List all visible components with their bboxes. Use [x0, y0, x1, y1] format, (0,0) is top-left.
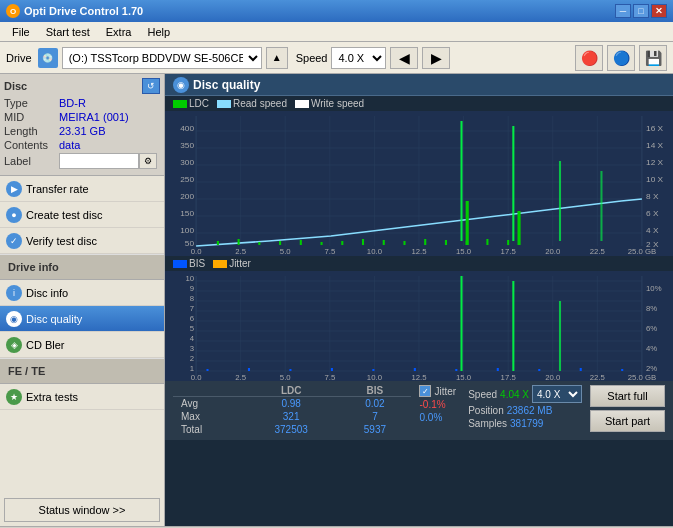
nav-create-test-disc[interactable]: ● Create test disc [0, 202, 164, 228]
legend-bis-label: BIS [189, 258, 205, 269]
svg-rect-115 [460, 276, 462, 371]
stats-speed-section: Speed 4.04 X 4.0 X Position 23862 MB Sam… [468, 385, 582, 429]
legend-ldc-color [173, 100, 187, 108]
total-bis: 5937 [338, 423, 411, 436]
svg-text:15.0: 15.0 [456, 247, 471, 256]
svg-rect-48 [486, 239, 488, 245]
create-test-disc-icon: ● [6, 207, 22, 223]
verify-test-disc-icon: ✓ [6, 233, 22, 249]
jitter-col-label: Jitter [434, 386, 456, 397]
start-full-button[interactable]: Start full [590, 385, 665, 407]
svg-rect-43 [383, 240, 385, 245]
minimize-button[interactable]: ─ [615, 4, 631, 18]
label-input[interactable] [59, 153, 139, 169]
nav-verify-test-disc[interactable]: ✓ Verify test disc [0, 228, 164, 254]
app-icon: O [6, 4, 20, 18]
menu-extra[interactable]: Extra [98, 25, 140, 39]
nav-transfer-rate-label: Transfer rate [26, 183, 89, 195]
disc-refresh-button[interactable]: ↺ [142, 78, 160, 94]
drive-select[interactable]: (O:) TSSTcorp BDDVDW SE-506CB TS02 [62, 47, 262, 69]
top-chart: 400 350 300 250 200 150 100 50 16 X 14 X… [165, 111, 673, 256]
svg-text:2.5: 2.5 [235, 247, 246, 256]
svg-text:7.5: 7.5 [324, 373, 335, 381]
svg-text:8%: 8% [646, 304, 657, 313]
drive-eject-button[interactable]: ▲ [266, 47, 288, 69]
disc-panel: Disc ↺ Type BD-R MID MEIRA1 (001) Length… [0, 74, 164, 176]
nav-transfer-rate[interactable]: ▶ Transfer rate [0, 176, 164, 202]
nav-extra-tests[interactable]: ★ Extra tests [0, 384, 164, 410]
svg-text:12 X: 12 X [646, 158, 664, 167]
contents-value: data [59, 139, 160, 151]
fe-te-section: FE / TE [0, 358, 164, 384]
jitter-checkbox[interactable]: ✓ [419, 385, 431, 397]
close-button[interactable]: ✕ [651, 4, 667, 18]
speed-select[interactable]: 4.0 X [331, 47, 386, 69]
svg-text:14 X: 14 X [646, 141, 664, 150]
nav-verify-test-disc-label: Verify test disc [26, 235, 97, 247]
svg-rect-112 [538, 369, 540, 371]
legend-jitter: Jitter [213, 258, 251, 269]
max-bis: 7 [338, 410, 411, 423]
avg-label: Avg [173, 397, 244, 411]
menu-file[interactable]: File [4, 25, 38, 39]
total-label: Total [173, 423, 244, 436]
menu-help[interactable]: Help [139, 25, 178, 39]
svg-rect-39 [300, 240, 302, 245]
position-row: Position 23862 MB [468, 405, 582, 416]
toolbar-save-button[interactable]: 💾 [639, 45, 667, 71]
svg-rect-117 [559, 301, 561, 371]
col-header-ldc: LDC [244, 385, 338, 397]
maximize-button[interactable]: □ [633, 4, 649, 18]
legend-read-speed-label: Read speed [233, 98, 287, 109]
mid-value: MEIRA1 (001) [59, 111, 160, 123]
svg-text:8 X: 8 X [646, 192, 659, 201]
speed-left-button[interactable]: ◀ [390, 47, 418, 69]
sidebar: Disc ↺ Type BD-R MID MEIRA1 (001) Length… [0, 74, 165, 526]
stats-bar: LDC BIS Avg 0.98 0.02 Max 321 7 [165, 381, 673, 440]
nav-disc-quality[interactable]: ◉ Disc quality [0, 306, 164, 332]
svg-text:5: 5 [190, 324, 194, 333]
nav-cd-bler[interactable]: ◈ CD Bler [0, 332, 164, 358]
toolbar-btn-2[interactable]: 🔵 [607, 45, 635, 71]
position-label: Position [468, 405, 504, 416]
svg-text:5.0: 5.0 [280, 247, 291, 256]
svg-text:2.5: 2.5 [235, 373, 246, 381]
length-value: 23.31 GB [59, 125, 160, 137]
bottom-chart: 10 9 8 7 6 5 4 3 2 1 10% 8% 6% 4% 2% [165, 271, 673, 381]
position-value: 23862 MB [507, 405, 553, 416]
disc-quality-header: ◉ Disc quality [165, 74, 673, 96]
status-window-button[interactable]: Status window >> [4, 498, 160, 522]
svg-text:7: 7 [190, 304, 194, 313]
jitter-row: ✓ Jitter [419, 385, 456, 397]
svg-text:400: 400 [180, 124, 194, 133]
max-ldc: 321 [244, 410, 338, 423]
svg-rect-35 [217, 241, 219, 245]
toolbar-btn-1[interactable]: 🔴 [575, 45, 603, 71]
svg-text:10.0: 10.0 [367, 247, 382, 256]
svg-text:22.5: 22.5 [590, 247, 605, 256]
disc-quality-icon: ◉ [6, 311, 22, 327]
nav-disc-info[interactable]: i Disc info [0, 280, 164, 306]
transfer-rate-icon: ▶ [6, 181, 22, 197]
bottom-legend: BIS Jitter [165, 256, 673, 271]
svg-rect-110 [455, 369, 457, 371]
svg-rect-107 [331, 368, 333, 371]
drive-info-section: Drive info [0, 254, 164, 280]
stats-jitter-section: ✓ Jitter -0.1% 0.0% [419, 385, 456, 423]
cd-bler-icon: ◈ [6, 337, 22, 353]
total-ldc: 372503 [244, 423, 338, 436]
svg-rect-50 [466, 201, 469, 245]
svg-text:16 X: 16 X [646, 124, 664, 133]
svg-rect-114 [621, 369, 623, 371]
label-settings-button[interactable]: ⚙ [139, 153, 157, 169]
samples-label: Samples [468, 418, 507, 429]
speed-right-button[interactable]: ▶ [422, 47, 450, 69]
svg-text:15.0: 15.0 [456, 373, 471, 381]
svg-rect-54 [559, 161, 561, 241]
menu-starttest[interactable]: Start test [38, 25, 98, 39]
speed-right-select[interactable]: 4.0 X [532, 385, 582, 403]
type-label: Type [4, 97, 59, 109]
label-label: Label [4, 155, 59, 167]
svg-text:12.5: 12.5 [411, 373, 426, 381]
start-part-button[interactable]: Start part [590, 410, 665, 432]
